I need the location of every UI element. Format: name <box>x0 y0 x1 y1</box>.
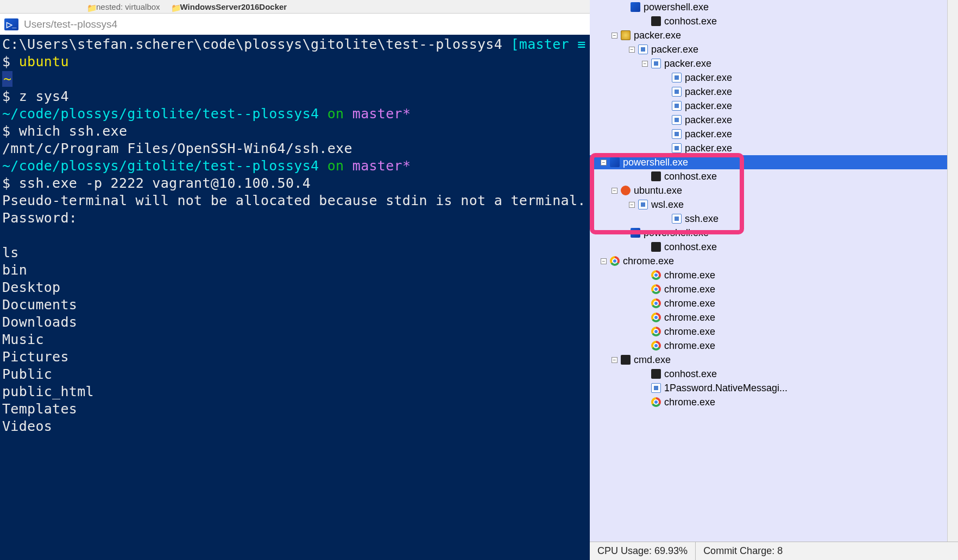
process-row[interactable]: powershell.exe <box>590 0 958 14</box>
conhost-icon <box>651 171 661 181</box>
process-row[interactable]: conhost.exe <box>590 169 958 183</box>
cwd: ~/code/plossys/gitolite/test--plossys4 <box>2 158 319 174</box>
prompt-char: $ <box>2 88 10 104</box>
process-row[interactable]: −wsl.exe <box>590 198 958 212</box>
window-titlebar[interactable]: ▷_ Users/test--plossys4 <box>0 13 590 35</box>
tab-wsd[interactable]: 📁 WindowsServer2016Docker <box>166 2 293 12</box>
tree-expander-icon[interactable]: − <box>612 188 617 194</box>
prompt-path: C:\Users\stefan.scherer\code\plossys\git… <box>2 36 502 52</box>
process-label: 1Password.NativeMessagi... <box>664 383 787 394</box>
process-row[interactable]: conhost.exe <box>590 14 958 28</box>
winapp-icon <box>672 101 682 111</box>
process-row[interactable]: −powershell.exe <box>590 155 958 169</box>
cpu-label: CPU Usage: <box>597 545 652 557</box>
folder-icon: 📁 <box>171 3 178 10</box>
tree-expander-icon[interactable]: − <box>629 47 635 53</box>
process-label: wsl.exe <box>651 199 684 211</box>
winapp-icon <box>672 115 682 125</box>
window-title: Users/test--plossys4 <box>24 18 117 30</box>
process-row[interactable]: packer.exe <box>590 127 958 141</box>
process-row[interactable]: −packer.exe <box>590 56 958 71</box>
process-row[interactable]: chrome.exe <box>590 395 958 409</box>
winapp-icon <box>672 87 682 97</box>
chrome-icon <box>610 256 620 266</box>
process-label: packer.exe <box>685 72 732 84</box>
pseudo-msg: Pseudo-terminal will not be allocated be… <box>2 193 586 208</box>
process-row[interactable]: −cmd.exe <box>590 353 958 367</box>
tree-expander-icon[interactable]: − <box>629 202 635 208</box>
process-row[interactable]: chrome.exe <box>590 339 958 353</box>
process-row[interactable]: packer.exe <box>590 113 958 127</box>
process-explorer: powershell.execonhost.exe−packer.exe−pac… <box>590 0 958 560</box>
process-label: packer.exe <box>685 86 732 98</box>
process-label: packer.exe <box>664 58 711 69</box>
status-bar: CPU Usage: 69.93% Commit Charge: 8 <box>590 542 958 560</box>
process-row[interactable]: chrome.exe <box>590 296 958 310</box>
conhost-icon <box>651 16 661 26</box>
folder-icon: 📁 <box>87 3 93 10</box>
process-label: powershell.exe <box>644 227 709 239</box>
process-row[interactable]: conhost.exe <box>590 367 958 381</box>
process-row[interactable]: chrome.exe <box>590 282 958 296</box>
branch-name: master <box>519 36 569 52</box>
tree-expander-icon[interactable]: − <box>601 258 607 264</box>
winapp-icon <box>651 59 661 68</box>
cmd-z: z sys4 <box>19 88 69 104</box>
commit-label: Commit Charge: 8 <box>703 545 783 557</box>
process-label: cmd.exe <box>634 354 671 366</box>
process-row[interactable]: chrome.exe <box>590 310 958 324</box>
branch-star: master* <box>352 106 411 122</box>
prompt-char: $ <box>2 54 10 69</box>
process-row[interactable]: conhost.exe <box>590 240 958 254</box>
process-row[interactable]: ssh.exe <box>590 212 958 226</box>
process-row[interactable]: −packer.exe <box>590 28 958 42</box>
tree-expander-icon[interactable]: − <box>612 33 617 39</box>
process-row[interactable]: −packer.exe <box>590 42 958 56</box>
branch-star: master* <box>352 158 411 174</box>
terminal[interactable]: C:\Users\stefan.scherer\code\plossys\git… <box>0 35 590 560</box>
process-label: chrome.exe <box>664 340 715 352</box>
process-row[interactable]: −chrome.exe <box>590 254 958 268</box>
process-row[interactable]: packer.exe <box>590 71 958 85</box>
chrome-icon <box>651 313 661 322</box>
winapp-icon <box>638 44 648 54</box>
process-row[interactable]: packer.exe <box>590 141 958 155</box>
chrome-icon <box>651 298 661 308</box>
process-row[interactable]: −ubuntu.exe <box>590 183 958 198</box>
process-label: chrome.exe <box>664 270 715 281</box>
winapp-icon <box>638 200 648 209</box>
ubuntu-icon <box>621 186 631 195</box>
branch-bracket: [ <box>510 36 519 52</box>
prompt-char: $ <box>2 175 10 191</box>
chrome-icon <box>651 284 661 294</box>
tree-expander-icon[interactable]: − <box>612 357 617 363</box>
process-label: chrome.exe <box>664 326 715 338</box>
process-label: chrome.exe <box>664 298 715 309</box>
process-tree[interactable]: powershell.execonhost.exe−packer.exe−pac… <box>590 0 958 542</box>
ps-icon <box>631 2 640 12</box>
winapp-icon <box>672 73 682 82</box>
tilde: ~ <box>2 71 12 87</box>
process-row[interactable]: packer.exe <box>590 99 958 113</box>
cmd-ls: ls <box>2 245 19 260</box>
process-label: packer.exe <box>685 143 732 154</box>
tab-nested[interactable]: 📁 nested: virtualbox <box>81 2 166 12</box>
chrome-icon <box>651 327 661 336</box>
cwd: ~/code/plossys/gitolite/test--plossys4 <box>2 106 319 122</box>
process-row[interactable]: chrome.exe <box>590 268 958 282</box>
winapp-icon <box>672 143 682 153</box>
process-row[interactable]: 1Password.NativeMessagi... <box>590 381 958 395</box>
process-row[interactable]: packer.exe <box>590 85 958 99</box>
scrollbar[interactable] <box>947 0 958 542</box>
tab-label: nested: virtualbox <box>96 2 160 11</box>
process-label: chrome.exe <box>664 397 715 408</box>
process-row[interactable]: powershell.exe <box>590 226 958 240</box>
tree-expander-icon[interactable]: − <box>642 61 648 67</box>
process-label: powershell.exe <box>644 2 709 13</box>
process-label: ubuntu.exe <box>634 185 682 196</box>
tree-expander-icon[interactable]: − <box>601 160 607 166</box>
ps-icon <box>631 228 640 238</box>
process-row[interactable]: chrome.exe <box>590 324 958 339</box>
process-label: packer.exe <box>685 129 732 140</box>
cmd-icon <box>621 355 631 365</box>
